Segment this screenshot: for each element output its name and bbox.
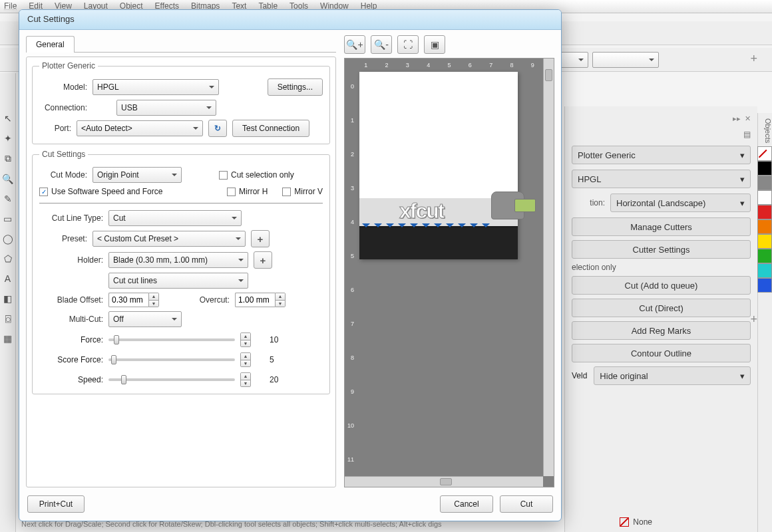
manage-cutters-button[interactable]: Manage Cutters [572,217,751,236]
menu-file[interactable]: File [4,1,17,11]
swatch-white[interactable] [757,190,772,205]
swatch-red[interactable] [757,205,772,219]
zoom-page-button[interactable]: ▣ [424,35,445,54]
text-tool-icon[interactable]: A [5,273,11,284]
refresh-button[interactable]: ↻ [208,120,227,137]
chevron-down-icon: ▾ [740,371,745,381]
zoom-tool-icon[interactable]: 🔍 [2,174,13,184]
force-spinner[interactable]: ▲▼ [240,332,264,347]
model-select[interactable]: HPGL▾ [572,170,751,188]
connection-select[interactable]: USB [116,100,216,116]
zoom-in-button[interactable]: 🔍+ [344,35,365,54]
preview-hscrollbar[interactable] [345,476,543,487]
cut-preview[interactable]: 123456789 01234567891011 xfcut [344,58,554,487]
spin-down-icon[interactable]: ▼ [149,301,158,307]
spin-down-icon[interactable]: ▼ [241,360,250,367]
blade-offset-input[interactable] [108,293,148,307]
close-icon[interactable]: ✕ [745,114,751,123]
preview-vscrollbar[interactable] [543,59,554,476]
cut-button[interactable]: Cut [500,495,553,513]
swatch-black[interactable] [757,161,772,176]
print-cut-button[interactable]: Print+Cut [27,495,85,513]
spin-up-icon[interactable]: ▲ [276,293,285,301]
cutter-settings-button[interactable]: Cutter Settings [572,240,751,259]
linewidth-select[interactable] [592,52,659,68]
swatch-gray[interactable] [757,176,772,190]
contour-outline-button[interactable]: Contour Outline [572,344,751,362]
cut-direct-button[interactable]: Cut (Direct) [572,299,751,317]
holder-add-button[interactable]: + [254,251,272,269]
settings-button[interactable]: Settings... [268,78,323,96]
cut-selection-only-checkbox[interactable]: Cut selection only [219,170,294,180]
score-force-label: Score Force: [39,355,103,364]
swatch-green[interactable] [757,249,772,263]
rectangle-tool-icon[interactable]: ▭ [3,213,12,224]
swatch-yellow[interactable] [757,234,772,249]
swatch-cyan[interactable] [757,263,772,278]
speed-slider[interactable] [108,378,235,381]
overcut-input[interactable] [235,293,275,307]
polygon-tool-icon[interactable]: ⬠ [4,253,12,264]
color-palette[interactable] [757,146,772,293]
swatch-blue[interactable] [757,278,772,293]
plotter-select[interactable]: Plotter Generic▾ [572,146,751,164]
preset-add-button[interactable]: + [251,230,270,247]
interactive-tool-icon[interactable]: ▦ [3,333,12,344]
shape-tool-icon[interactable]: ✦ [4,133,12,144]
eyedrop-tool-icon[interactable]: ⌼ [5,313,11,324]
freehand-tool-icon[interactable]: ✎ [4,194,12,204]
use-software-speed-checkbox[interactable]: ✓Use Software Speed and Force [39,187,162,196]
multicut-select[interactable]: Off [108,311,182,327]
mirror-v-checkbox[interactable]: Mirror V [282,187,323,196]
spin-up-icon[interactable]: ▲ [241,373,250,380]
ellipse-tool-icon[interactable]: ◯ [3,233,13,244]
score-force-slider[interactable] [108,358,235,361]
force-slider[interactable] [108,338,235,341]
score-force-spinner[interactable]: ▲▼ [240,352,264,367]
overcut-spinner[interactable]: ▲▼ [235,293,286,307]
spin-down-icon[interactable]: ▼ [276,301,285,307]
zoom-fit-icon: ⛶ [403,39,413,50]
holder-select[interactable]: Blade (0.30 mm, 1.00 mm) [108,252,248,268]
swatch-none[interactable] [757,146,772,161]
crop-tool-icon[interactable]: ⧉ [5,153,11,164]
port-select[interactable]: <Auto Detect> [77,120,203,136]
left-toolbox[interactable]: ↖ ✦ ⧉ 🔍 ✎ ▭ ◯ ⬠ A ◧ ⌼ ▦ [0,73,16,532]
spin-up-icon[interactable]: ▲ [241,353,250,360]
xfcut-logo-text: xfcut [399,199,443,223]
plotter-group: Plotter Generic Model: HPGL Settings... … [32,61,330,144]
zoom-out-button[interactable]: 🔍- [371,35,392,54]
blade-offset-spinner[interactable]: ▲▼ [108,293,159,307]
zoom-fit-button[interactable]: ⛶ [397,35,419,54]
ruler-horizontal: 123456789 [355,59,543,69]
force-label: Force: [39,335,103,344]
spin-down-icon[interactable]: ▼ [241,380,250,387]
panel-menu-icon[interactable]: ▤ [743,130,751,139]
cut-settings-dialog: Cut Settings General Plotter Generic Mod… [19,9,562,521]
add-reg-marks-button[interactable]: Add Reg Marks [572,321,751,340]
pick-tool-icon[interactable]: ↖ [4,113,12,124]
spin-down-icon[interactable]: ▼ [241,340,250,347]
tab-general[interactable]: General [26,36,75,53]
cutline-select[interactable]: Cut [108,210,242,226]
spin-up-icon[interactable]: ▲ [241,333,250,340]
orientation-select[interactable]: Horizontal (Landscape)▾ [610,194,751,212]
cutlines-select[interactable]: Cut cut lines [108,273,248,289]
add-panel-icon[interactable]: + [750,313,757,327]
spin-up-icon[interactable]: ▲ [149,293,158,301]
collapse-icon[interactable]: ▸▸ [733,114,741,123]
cancel-button[interactable]: Cancel [440,495,493,513]
tab-objects[interactable]: Objects [758,118,772,143]
speed-spinner[interactable]: ▲▼ [240,372,264,387]
mirror-h-checkbox[interactable]: Mirror H [227,187,268,196]
force-value: 10 [270,335,287,344]
cut-queue-button[interactable]: Cut (Add to queue) [572,276,751,295]
test-connection-button[interactable]: Test Connection [232,120,309,137]
weld-hide-select[interactable]: Hide original▾ [594,366,751,385]
cutmode-select[interactable]: Origin Point [93,167,182,183]
model-select[interactable]: HPGL [93,79,219,95]
preset-select[interactable]: < Custom Cut Preset > [93,231,246,247]
fill-tool-icon[interactable]: ◧ [3,293,12,304]
add-tab-icon[interactable]: + [750,52,757,66]
swatch-orange[interactable] [757,219,772,234]
